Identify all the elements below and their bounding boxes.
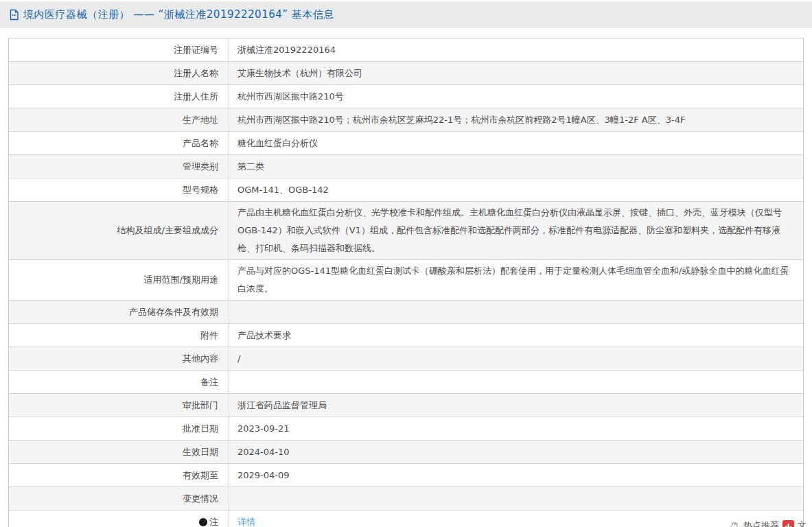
row-label: 备注 [9, 371, 229, 393]
row-label-text: 附件 [200, 327, 218, 344]
row-label-text: 其他内容 [183, 350, 218, 368]
overlay-partial-text[interactable]: 文 [798, 519, 807, 527]
document-icon [9, 9, 19, 21]
bar-chart-icon[interactable] [782, 520, 794, 527]
row-value-text: 糖化血红蛋白分析仪 [237, 134, 318, 152]
row-value-text: 产品与对应的OGS-141型糖化血红蛋白测试卡（硼酸亲和层析法）配套使用，用于定… [237, 262, 793, 298]
row-value: OGM-141、OGB-142 [229, 178, 803, 201]
row-label-text: 结构及组成/主要组成成分 [117, 222, 218, 239]
row-label-text: 产品储存条件及有效期 [129, 303, 218, 321]
row-value-text: / [237, 350, 240, 368]
table-row: 审批部门浙江省药品监督管理局 [9, 394, 803, 417]
row-value [229, 487, 803, 510]
row-value: 产品由主机糖化血红蛋白分析仪、光学校准卡和配件组成。主机糖化血红蛋白分析仪由液晶… [229, 202, 803, 259]
row-label-text: 型号规格 [183, 181, 218, 199]
row-label-text: 批准日期 [183, 420, 218, 438]
row-value-text: 浙械注准20192220164 [237, 41, 336, 59]
row-value-text: 艾康生物技术（杭州）有限公司 [237, 65, 362, 82]
row-label: 型号规格 [9, 178, 229, 201]
row-label: 审批部门 [9, 394, 229, 417]
row-label-text: 注 [209, 513, 218, 527]
table-row: 型号规格OGM-141、OGB-142 [9, 178, 803, 202]
row-value: 艾康生物技术（杭州）有限公司 [229, 62, 803, 84]
row-label: 附件 [9, 324, 229, 347]
row-value-text: 2024-04-10 [237, 443, 290, 461]
row-label: 产品储存条件及有效期 [9, 301, 229, 323]
row-value-text: 2023-09-21 [237, 420, 290, 438]
row-value-text: 第二类 [237, 158, 264, 176]
row-value: 产品与对应的OGS-141型糖化血红蛋白测试卡（硼酸亲和层析法）配套使用，用于定… [229, 260, 803, 300]
table-row: 有效期至2029-04-09 [9, 464, 803, 487]
hand-icon [730, 521, 740, 527]
table-row: 变更情况 [9, 487, 803, 511]
row-value: 糖化血红蛋白分析仪 [229, 132, 803, 154]
row-value-text: 浙江省药品监督管理局 [237, 397, 327, 414]
table-row: 注册证编号浙械注准20192220164 [9, 38, 803, 62]
page-header: 境内医疗器械（注册） —— “浙械注准20192220164” 基本信息 [0, 1, 812, 28]
table-row: 注册人住所杭州市西湖区振中路210号 [9, 85, 803, 108]
row-label: 管理类别 [9, 155, 229, 178]
table-row: 注册人名称艾康生物技术（杭州）有限公司 [9, 62, 803, 85]
row-value: / [229, 347, 803, 370]
row-value-text: 2029-04-09 [237, 467, 290, 484]
row-label-text: 变更情况 [183, 490, 218, 508]
table-row: 附件产品技术要求 [9, 324, 803, 347]
row-label: 生效日期 [9, 441, 229, 463]
row-value: 杭州市西湖区振中路210号 [229, 85, 803, 108]
row-label-text: 审批部门 [183, 397, 218, 414]
row-label-text: 注册人住所 [174, 88, 218, 106]
row-value: 产品技术要求 [229, 324, 803, 347]
row-value: 杭州市西湖区振中路210号；杭州市余杭区芝麻坞22-1号；杭州市余杭区前程路2号… [229, 108, 803, 131]
row-label: 生产地址 [9, 108, 229, 131]
row-label: 注册人名称 [9, 62, 229, 84]
row-label-text: 产品名称 [183, 134, 218, 152]
table-row: 产品储存条件及有效期 [9, 301, 803, 324]
detail-link[interactable]: 详情 [237, 513, 255, 527]
row-value: 2029-04-09 [229, 464, 803, 487]
table-row: 管理类别第二类 [9, 155, 803, 178]
row-label: 适用范围/预期用途 [9, 260, 229, 300]
row-label-text: 管理类别 [183, 158, 218, 176]
table-row: 备注 [9, 371, 803, 394]
row-label-text: 生效日期 [183, 443, 218, 461]
table-row: 注详情 [9, 511, 803, 527]
note-dot-icon [199, 518, 207, 526]
row-label-text: 有效期至 [183, 467, 218, 484]
row-label: 注 [9, 511, 229, 527]
row-value: 2024-04-10 [229, 441, 803, 463]
row-label: 批准日期 [9, 417, 229, 440]
table-row: 结构及组成/主要组成成分产品由主机糖化血红蛋白分析仪、光学校准卡和配件组成。主机… [9, 202, 803, 260]
table-row: 产品名称糖化血红蛋白分析仪 [9, 132, 803, 155]
table-row: 其他内容/ [9, 347, 803, 371]
page-title: 境内医疗器械（注册） —— “浙械注准20192220164” 基本信息 [23, 8, 334, 21]
row-value-text: 杭州市西湖区振中路210号 [237, 88, 344, 106]
row-value: 详情 [229, 511, 803, 527]
hot-recommend-label[interactable]: 热点推荐 [743, 519, 779, 527]
table-row: 生产地址杭州市西湖区振中路210号；杭州市余杭区芝麻坞22-1号；杭州市余杭区前… [9, 108, 803, 132]
registration-info-table: 注册证编号浙械注准20192220164注册人名称艾康生物技术（杭州）有限公司注… [8, 38, 804, 527]
row-label: 结构及组成/主要组成成分 [9, 202, 229, 259]
row-label: 有效期至 [9, 464, 229, 487]
row-label-text: 生产地址 [183, 111, 218, 129]
row-value: 第二类 [229, 155, 803, 178]
row-value [229, 371, 803, 393]
row-label: 注册人住所 [9, 85, 229, 108]
row-label-text: 备注 [200, 373, 218, 391]
row-label: 其他内容 [9, 347, 229, 370]
row-value [229, 301, 803, 323]
table-row: 适用范围/预期用途产品与对应的OGS-141型糖化血红蛋白测试卡（硼酸亲和层析法… [9, 260, 803, 301]
row-value: 浙械注准20192220164 [229, 38, 803, 61]
row-value-text: OGM-141、OGB-142 [237, 181, 329, 199]
hot-recommend-overlay[interactable]: 热点推荐 文 [730, 518, 807, 527]
row-label: 产品名称 [9, 132, 229, 154]
row-value-text: 产品技术要求 [237, 327, 291, 344]
row-value: 2023-09-21 [229, 417, 803, 440]
table-row: 批准日期2023-09-21 [9, 417, 803, 441]
row-label-text: 注册人名称 [174, 65, 218, 82]
row-label-text: 适用范围/预期用途 [144, 271, 218, 289]
row-label-text: 注册证编号 [174, 41, 218, 59]
row-label: 变更情况 [9, 487, 229, 510]
row-value-text: 产品由主机糖化血红蛋白分析仪、光学校准卡和配件组成。主机糖化血红蛋白分析仪由液晶… [237, 204, 793, 257]
row-value-text: 杭州市西湖区振中路210号；杭州市余杭区芝麻坞22-1号；杭州市余杭区前程路2号… [237, 111, 685, 129]
row-value: 浙江省药品监督管理局 [229, 394, 803, 417]
